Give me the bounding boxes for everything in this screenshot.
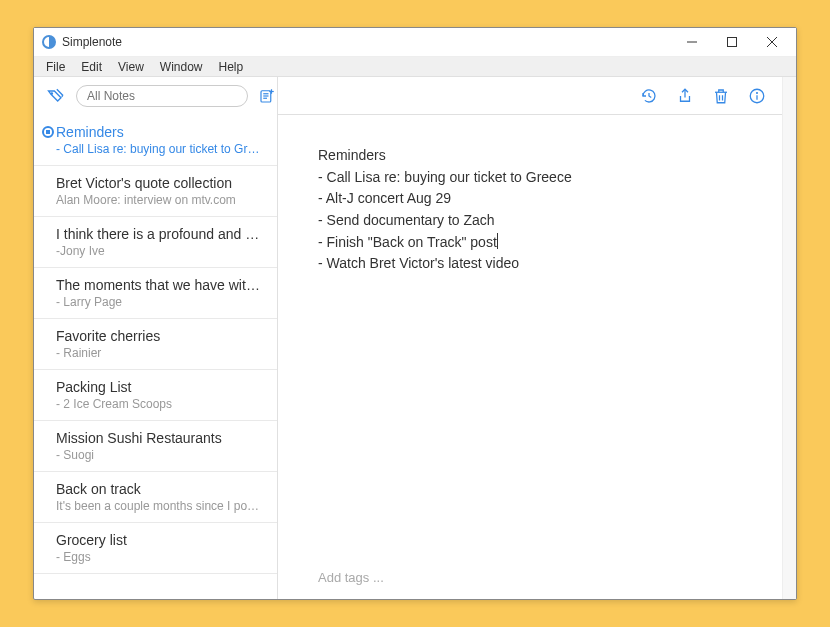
note-list: Reminders- Call Lisa re: buying our tick… [34, 115, 277, 599]
close-button[interactable] [752, 28, 792, 56]
history-icon[interactable] [640, 87, 658, 105]
note-title: Grocery list [56, 532, 261, 548]
titlebar: Simplenote [34, 28, 796, 56]
svg-point-15 [757, 92, 758, 93]
app-body: Reminders- Call Lisa re: buying our tick… [34, 77, 796, 599]
sidebar-toolbar [34, 77, 277, 115]
menu-help[interactable]: Help [211, 58, 252, 76]
note-preview: - Call Lisa re: buying our ticket to Gre… [56, 142, 261, 156]
trash-icon[interactable] [712, 87, 730, 105]
note-editor[interactable]: Reminders - Call Lisa re: buying our tic… [278, 115, 782, 560]
sidebar: Reminders- Call Lisa re: buying our tick… [34, 77, 278, 599]
menu-edit[interactable]: Edit [73, 58, 110, 76]
note-list-item[interactable]: Reminders- Call Lisa re: buying our tick… [34, 115, 277, 166]
note-title: Back on track [56, 481, 261, 497]
note-preview: - 2 Ice Cream Scoops [56, 397, 261, 411]
note-preview: - Suogi [56, 448, 261, 462]
editor-toolbar [278, 77, 782, 115]
note-preview: It's been a couple months since I posted… [56, 499, 261, 513]
note-title: Packing List [56, 379, 261, 395]
note-list-item[interactable]: Back on trackIt's been a couple months s… [34, 472, 277, 523]
info-icon[interactable] [748, 87, 766, 105]
app-title: Simplenote [62, 35, 122, 49]
note-list-item[interactable]: Grocery list- Eggs [34, 523, 277, 574]
svg-rect-1 [728, 38, 737, 47]
text-cursor [497, 233, 498, 249]
tags-input[interactable]: Add tags ... [278, 560, 782, 599]
note-list-item[interactable]: Favorite cherries- Rainier [34, 319, 277, 370]
note-preview: - Larry Page [56, 295, 261, 309]
svg-point-4 [51, 93, 52, 94]
tags-icon[interactable] [46, 86, 66, 106]
scrollbar-gutter[interactable] [782, 77, 796, 599]
note-list-item[interactable]: The moments that we have with friends ..… [34, 268, 277, 319]
note-preview: - Eggs [56, 550, 261, 564]
note-list-item[interactable]: I think there is a profound and enduring… [34, 217, 277, 268]
note-title: The moments that we have with friends ..… [56, 277, 261, 293]
note-title: Reminders [56, 124, 261, 140]
note-list-item[interactable]: Bret Victor's quote collectionAlan Moore… [34, 166, 277, 217]
app-icon [42, 35, 56, 49]
share-icon[interactable] [676, 87, 694, 105]
menubar: FileEditViewWindowHelp [34, 56, 796, 77]
note-list-item[interactable]: Packing List- 2 Ice Cream Scoops [34, 370, 277, 421]
note-title: I think there is a profound and enduring… [56, 226, 261, 242]
note-preview: Alan Moore: interview on mtv.com [56, 193, 261, 207]
window-controls [672, 28, 792, 56]
menu-window[interactable]: Window [152, 58, 211, 76]
note-title: Mission Sushi Restaurants [56, 430, 261, 446]
editor-pane: Reminders - Call Lisa re: buying our tic… [278, 77, 782, 599]
maximize-button[interactable] [712, 28, 752, 56]
note-text-before-cursor: Reminders - Call Lisa re: buying our tic… [318, 147, 572, 250]
note-list-item[interactable]: Mission Sushi Restaurants- Suogi [34, 421, 277, 472]
app-window: Simplenote FileEditViewWindowHelp [33, 27, 797, 600]
note-text-after-cursor: - Watch Bret Victor's latest video [318, 255, 519, 271]
search-input[interactable] [76, 85, 248, 107]
note-preview: - Rainier [56, 346, 261, 360]
menu-view[interactable]: View [110, 58, 152, 76]
note-title: Bret Victor's quote collection [56, 175, 261, 191]
note-preview: -Jony Ive [56, 244, 261, 258]
note-title: Favorite cherries [56, 328, 261, 344]
menu-file[interactable]: File [38, 58, 73, 76]
new-note-button[interactable] [258, 87, 276, 105]
minimize-button[interactable] [672, 28, 712, 56]
